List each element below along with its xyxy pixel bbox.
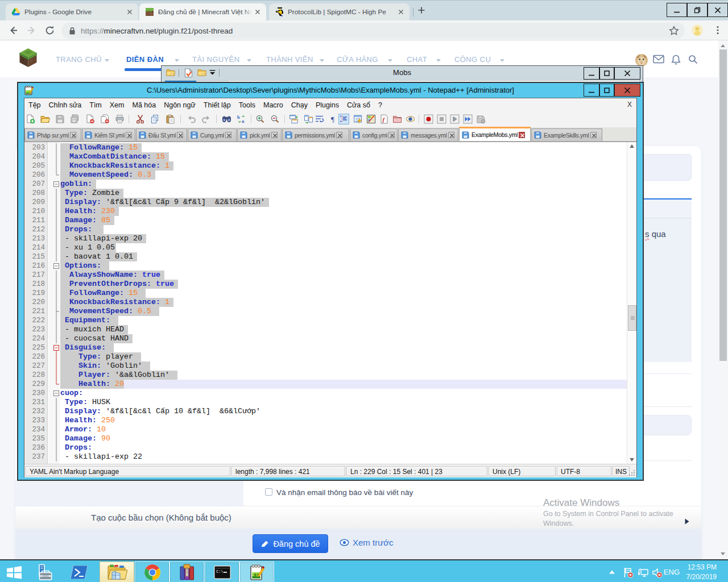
zoom-in-icon[interactable] <box>255 114 265 124</box>
taskbar-cmd-button[interactable]: C:\ <box>205 562 239 582</box>
email-notify-checkbox[interactable] <box>265 488 272 496</box>
page-scrollbar[interactable] <box>718 40 728 559</box>
paste-icon[interactable] <box>166 114 175 124</box>
npp-scroll-down[interactable] <box>630 458 634 462</box>
menu-tools[interactable]: Tools <box>235 101 259 109</box>
menu-tp[interactable]: Tệp <box>24 101 45 109</box>
browser-menu-icon[interactable] <box>713 25 723 35</box>
copy-icon[interactable] <box>150 114 160 124</box>
zoom-out-icon[interactable] <box>270 114 280 124</box>
word-wrap-icon[interactable] <box>315 114 324 124</box>
npp-tab-close-icon[interactable] <box>519 132 525 138</box>
replace-icon[interactable]: ba <box>237 114 246 124</box>
mobs-minimize-button[interactable] <box>584 67 599 80</box>
scrollbar-thumb[interactable] <box>719 49 727 361</box>
editor-text-area[interactable]: FollowRange: 15 MaxCombatDistance: 15 Kn… <box>60 142 627 464</box>
npp-tab[interactable]: messages.yml <box>398 128 458 141</box>
taskbar-clock[interactable]: 12:53 PM 7/20/2019 <box>686 563 717 582</box>
menu-tm[interactable]: Tìm <box>85 101 106 109</box>
taskbar-chrome-button[interactable] <box>135 562 169 582</box>
tray-flag-icon[interactable] <box>623 567 634 578</box>
redo-icon[interactable] <box>201 114 211 124</box>
npp-titlebar[interactable]: C:\Users\Administrator\Desktop\Sever\plu… <box>18 83 643 98</box>
npp-tab-close-icon[interactable] <box>126 132 132 138</box>
powershell-button[interactable] <box>71 566 89 579</box>
inbox-icon[interactable] <box>653 55 664 64</box>
tray-network-icon[interactable] <box>638 567 648 578</box>
npp-tab-close-icon[interactable] <box>448 132 454 138</box>
menu-chnhsa[interactable]: Chỉnh sửa <box>45 101 86 109</box>
eye-icon[interactable] <box>406 114 415 124</box>
npp-scroll-up[interactable] <box>630 144 634 148</box>
npp-maximize-button[interactable] <box>599 84 614 97</box>
menu-plugins[interactable]: Plugins <box>312 101 343 109</box>
start-button[interactable] <box>6 565 23 580</box>
npp-tab-close-icon[interactable] <box>177 132 183 138</box>
npp-tab-close-icon[interactable] <box>271 132 278 138</box>
run-multi-icon[interactable] <box>463 114 473 124</box>
nav-item[interactable]: CHAT <box>407 55 427 64</box>
preview-link[interactable]: Xem trước <box>340 538 394 547</box>
mobs-maximize-button[interactable] <box>599 67 614 80</box>
npp-tab[interactable]: permissions.yml <box>282 128 349 141</box>
npp-tab[interactable]: ExampleSkills.yml <box>531 128 602 141</box>
search-icon[interactable] <box>688 55 698 64</box>
alerts-bell-icon[interactable] <box>671 55 681 65</box>
npp-tab-close-icon[interactable] <box>336 132 342 138</box>
save-icon[interactable] <box>55 114 65 124</box>
fold-marker-boxminus[interactable] <box>48 389 60 398</box>
sync-v-icon[interactable] <box>289 114 299 124</box>
save-all-icon[interactable] <box>70 114 80 124</box>
taskbar-explorer-button[interactable] <box>100 562 134 582</box>
menu-cas[interactable]: Cửa sổ <box>343 101 374 109</box>
tab-close-icon[interactable] <box>125 7 134 16</box>
indent-guide-icon[interactable] <box>339 114 349 124</box>
npp-tab-close-icon[interactable] <box>70 132 76 138</box>
user-avatar[interactable] <box>635 54 648 66</box>
fold-margin[interactable] <box>48 142 60 464</box>
back-button[interactable] <box>7 24 19 36</box>
fold-marker-boxminus-red[interactable] <box>48 343 60 352</box>
fold-marker-boxminus[interactable] <box>48 261 60 271</box>
reload-button[interactable] <box>44 24 56 36</box>
nav-item[interactable]: TRANG CHỦ <box>56 55 102 64</box>
nav-item[interactable]: TÀI NGUYÊN <box>192 55 239 64</box>
browser-close-button[interactable] <box>708 3 728 17</box>
nav-item[interactable]: CỬA HÀNG <box>337 55 378 64</box>
npp-tab[interactable]: ExampleMobs.yml <box>459 127 531 141</box>
npp-tab[interactable]: Kiếm Sĩ.yml <box>82 128 135 141</box>
npp-tab-close-icon[interactable] <box>590 132 597 138</box>
stop-macro-icon[interactable] <box>437 114 446 124</box>
npp-minimize-button[interactable] <box>584 84 599 97</box>
show-symbols-icon[interactable]: ¶ <box>329 114 339 124</box>
npp-tab-close-icon[interactable] <box>388 132 395 138</box>
mobs-close-button[interactable] <box>614 67 640 80</box>
doc-map-icon[interactable] <box>366 114 376 124</box>
npp-tab-close-icon[interactable] <box>225 132 231 138</box>
taskbar-winrar-button[interactable] <box>169 562 204 582</box>
close-file-icon[interactable] <box>85 114 95 124</box>
npp-close-button[interactable] <box>614 84 640 97</box>
site-logo[interactable] <box>19 48 38 68</box>
menu-mha[interactable]: Mã hóa <box>128 101 160 109</box>
fold-marker-boxminus[interactable] <box>48 180 60 189</box>
post-thread-button[interactable]: Đăng chủ đề <box>253 534 328 553</box>
function-list-icon[interactable] <box>353 114 363 124</box>
tab-close-icon[interactable] <box>396 7 406 16</box>
server-manager-button[interactable] <box>34 564 53 581</box>
npp-tab[interactable]: Cung.yml <box>188 128 237 141</box>
npp-tab[interactable]: Pháp sư.yml <box>24 128 81 141</box>
nav-item[interactable]: CÔNG CỤ <box>454 55 491 64</box>
nav-item[interactable]: THÀNH VIÊN <box>266 55 313 64</box>
browser-tab[interactable]: ProtocolLib | SpigotMC - High Pe <box>269 3 410 20</box>
mobs-titlebar[interactable]: Mobs <box>162 66 643 80</box>
npp-tab[interactable]: pick.yml <box>237 128 282 141</box>
npp-scrollbar[interactable] <box>627 142 636 464</box>
language-indicator[interactable]: ENG <box>664 568 680 576</box>
close-all-icon[interactable] <box>100 114 110 124</box>
menu-ngnng[interactable]: Ngôn ngữ <box>160 101 200 109</box>
address-bar[interactable]: https://minecraftvn.net/plugin.f21/post-… <box>61 23 685 39</box>
open-folder-icon[interactable] <box>40 114 50 124</box>
npp-editor[interactable]: 2032042052062072082092102112122132142152… <box>24 142 636 464</box>
record-macro-icon[interactable] <box>424 114 433 124</box>
